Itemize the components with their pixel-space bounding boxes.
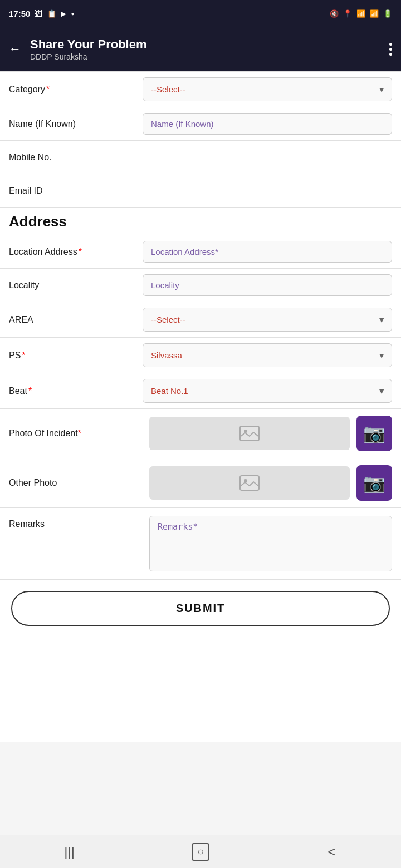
other-photo-row: Other Photo 📷 — [0, 458, 401, 508]
more-button[interactable] — [389, 43, 392, 56]
address-heading: Address — [0, 208, 401, 235]
nav-back-button[interactable]: < — [315, 841, 348, 863]
submit-button[interactable]: SUBMIT — [11, 591, 390, 626]
mobile-input[interactable] — [143, 147, 392, 167]
area-select[interactable]: --Select-- — [143, 308, 392, 332]
svg-rect-0 — [240, 426, 259, 441]
email-row: Email ID — [0, 174, 401, 208]
photo-incident-row: Photo Of Incident* 📷 — [0, 409, 401, 458]
photo-incident-placeholder — [149, 417, 350, 450]
location-address-input[interactable] — [143, 241, 392, 263]
youtube-icon: ▶ — [61, 9, 66, 18]
other-photo-placeholder — [149, 466, 350, 500]
category-select-wrapper: --Select-- ▼ — [143, 77, 392, 101]
ps-label: PS — [9, 351, 143, 361]
nav-home-button[interactable]: ○ — [192, 843, 209, 861]
name-row: Name (If Known) — [0, 107, 401, 141]
mobile-row: Mobile No. — [0, 141, 401, 174]
nav-menu-button[interactable]: ||| — [53, 841, 86, 863]
status-left: 17:50 🖼 📋 ▶ ● — [9, 9, 74, 18]
app-bar-title: Share Your Problem DDDP Suraksha — [30, 37, 380, 62]
page-subtitle: DDDP Suraksha — [30, 52, 380, 61]
locality-row: Locality — [0, 269, 401, 302]
photo-incident-camera-button[interactable]: 📷 — [356, 416, 392, 451]
more-dot-1 — [389, 43, 392, 46]
beat-label: Beat — [9, 386, 143, 396]
svg-rect-2 — [240, 476, 259, 490]
other-photo-camera-button[interactable]: 📷 — [356, 465, 392, 501]
signal-icon: 📶 — [370, 9, 379, 18]
category-select[interactable]: --Select-- — [143, 77, 392, 101]
location-icon: 📍 — [343, 9, 352, 18]
page-title: Share Your Problem — [30, 37, 380, 53]
bottom-nav: ||| ○ < — [0, 835, 401, 868]
name-input[interactable] — [143, 113, 392, 135]
image-placeholder-icon — [239, 426, 260, 441]
ps-select[interactable]: Silvassa — [143, 343, 392, 367]
bottom-space — [0, 742, 401, 835]
email-input[interactable] — [143, 180, 392, 201]
wifi-icon: 📶 — [356, 9, 365, 18]
mute-icon: 🔇 — [330, 9, 339, 18]
photo-incident-label: Photo Of Incident* — [9, 428, 143, 438]
email-label: Email ID — [9, 186, 143, 196]
more-dot-3 — [389, 53, 392, 56]
svg-point-3 — [244, 479, 247, 482]
battery-icon: 🔋 — [383, 9, 392, 18]
sim-icon: 📋 — [47, 9, 56, 18]
submit-container: SUBMIT — [0, 580, 401, 637]
other-camera-icon: 📷 — [363, 472, 385, 494]
location-address-label: Location Address — [9, 247, 143, 257]
locality-input[interactable] — [143, 274, 392, 296]
more-dot-2 — [389, 48, 392, 51]
beat-row: Beat Beat No.1 ▼ — [0, 373, 401, 409]
back-button[interactable]: ← — [9, 42, 21, 56]
category-label: Category — [9, 85, 143, 95]
dot-indicator: ● — [71, 11, 74, 17]
beat-select[interactable]: Beat No.1 — [143, 379, 392, 403]
area-select-wrapper: --Select-- ▼ — [143, 308, 392, 332]
name-label: Name (If Known) — [9, 119, 143, 129]
status-time: 17:50 — [9, 9, 30, 18]
remarks-row: Remarks — [0, 508, 401, 580]
beat-select-wrapper: Beat No.1 ▼ — [143, 379, 392, 403]
ps-select-wrapper: Silvassa ▼ — [143, 343, 392, 367]
mobile-label: Mobile No. — [9, 152, 143, 162]
category-row: Category --Select-- ▼ — [0, 72, 401, 107]
other-image-placeholder-icon — [239, 475, 260, 491]
form-container: Category --Select-- ▼ Name (If Known) Mo… — [0, 72, 401, 742]
area-row: AREA --Select-- ▼ — [0, 302, 401, 338]
status-right: 🔇 📍 📶 📶 🔋 — [330, 9, 392, 18]
app-bar: ← Share Your Problem DDDP Suraksha — [0, 27, 401, 71]
ps-row: PS Silvassa ▼ — [0, 338, 401, 373]
location-address-row: Location Address — [0, 235, 401, 269]
locality-label: Locality — [9, 280, 143, 290]
status-bar: 17:50 🖼 📋 ▶ ● 🔇 📍 📶 📶 🔋 — [0, 0, 401, 27]
other-photo-label: Other Photo — [9, 478, 143, 488]
camera-icon: 📷 — [363, 423, 385, 444]
svg-point-1 — [244, 430, 247, 433]
remarks-label: Remarks — [9, 516, 143, 529]
area-label: AREA — [9, 315, 143, 325]
remarks-input[interactable] — [149, 516, 392, 571]
photo-icon: 🖼 — [35, 9, 43, 18]
